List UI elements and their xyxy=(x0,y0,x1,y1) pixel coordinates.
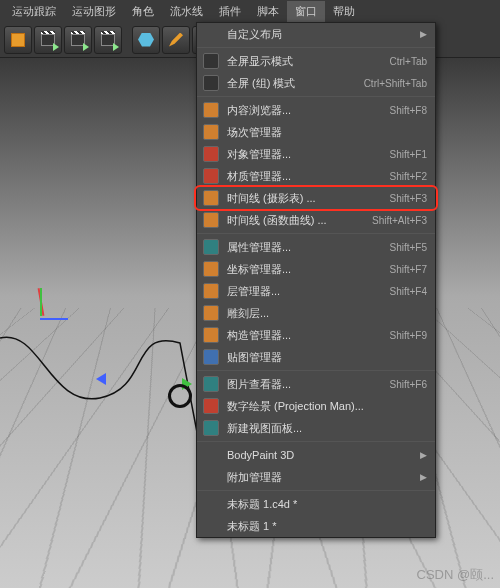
menu-item-icon xyxy=(203,239,219,255)
menu-plugins[interactable]: 插件 xyxy=(211,1,249,22)
menu-item--1-[interactable]: 未标题 1 * xyxy=(197,515,435,537)
menu-pipeline[interactable]: 流水线 xyxy=(162,1,211,22)
menu-item--[interactable]: 时间线 (摄影表) ...Shift+F3 xyxy=(197,187,435,209)
menu-item-label: 图片查看器... xyxy=(227,377,381,392)
menu-item--[interactable]: 附加管理器▶ xyxy=(197,466,435,488)
menu-item--[interactable]: 场次管理器 xyxy=(197,121,435,143)
menu-item--[interactable]: 属性管理器...Shift+F5 xyxy=(197,236,435,258)
menu-item-bodypaint-3d[interactable]: BodyPaint 3D▶ xyxy=(197,444,435,466)
menu-item--[interactable]: 自定义布局▶ xyxy=(197,23,435,45)
menu-item-label: BodyPaint 3D xyxy=(227,449,412,461)
menu-item--[interactable]: 全屏显示模式Ctrl+Tab xyxy=(197,50,435,72)
menu-item-shortcut: Shift+F6 xyxy=(389,379,427,390)
menu-item-icon xyxy=(203,420,219,436)
menu-item-label: 附加管理器 xyxy=(227,470,412,485)
menu-item-shortcut: Shift+F5 xyxy=(389,242,427,253)
menu-item-icon xyxy=(203,168,219,184)
menu-item-label: 数字绘景 (Projection Man)... xyxy=(227,399,427,414)
menu-item-icon xyxy=(203,496,219,512)
menu-item-label: 内容浏览器... xyxy=(227,103,381,118)
menu-scripts[interactable]: 脚本 xyxy=(249,1,287,22)
menu-item-label: 属性管理器... xyxy=(227,240,381,255)
menu-item-shortcut: Shift+F8 xyxy=(389,105,427,116)
menu-item-shortcut: Shift+F4 xyxy=(389,286,427,297)
menu-item--[interactable]: 雕刻层... xyxy=(197,302,435,324)
menu-item-icon xyxy=(203,327,219,343)
menu-item-icon xyxy=(203,447,219,463)
menu-item-icon xyxy=(203,212,219,228)
menu-item--[interactable]: 贴图管理器 xyxy=(197,346,435,368)
menu-item-label: 时间线 (函数曲线) ... xyxy=(227,213,364,228)
tool-pen[interactable] xyxy=(162,26,190,54)
menu-item--[interactable]: 层管理器...Shift+F4 xyxy=(197,280,435,302)
menu-item-icon xyxy=(203,190,219,206)
menu-item-icon xyxy=(203,398,219,414)
menu-item-label: 全屏 (组) 模式 xyxy=(227,76,356,91)
menu-item-icon xyxy=(203,75,219,91)
menu-character[interactable]: 角色 xyxy=(124,1,162,22)
menu-window[interactable]: 窗口 xyxy=(287,1,325,22)
menu-item--[interactable]: 构造管理器...Shift+F9 xyxy=(197,324,435,346)
watermark: CSDN @颐... xyxy=(417,566,494,584)
menu-item--[interactable]: 时间线 (函数曲线) ...Shift+Alt+F3 xyxy=(197,209,435,231)
axis-z-arrow xyxy=(96,373,106,385)
menu-item-label: 新建视图面板... xyxy=(227,421,427,436)
menu-motion-tracking[interactable]: 运动跟踪 xyxy=(4,1,64,22)
menu-item-shortcut: Shift+F3 xyxy=(389,193,427,204)
menu-item-shortcut: Shift+F2 xyxy=(389,171,427,182)
menu-item-label: 贴图管理器 xyxy=(227,350,427,365)
tool-picture-viewer[interactable] xyxy=(94,26,122,54)
menu-item--[interactable]: 坐标管理器...Shift+F7 xyxy=(197,258,435,280)
menu-item-shortcut: Shift+F9 xyxy=(389,330,427,341)
menu-item-label: 未标题 1.c4d * xyxy=(227,497,427,512)
window-menu-dropdown: 自定义布局▶全屏显示模式Ctrl+Tab全屏 (组) 模式Ctrl+Shift+… xyxy=(196,22,436,538)
menu-item-icon xyxy=(203,124,219,140)
menu-item--projection-man-[interactable]: 数字绘景 (Projection Man)... xyxy=(197,395,435,417)
menu-item-icon xyxy=(203,53,219,69)
menu-item-label: 构造管理器... xyxy=(227,328,381,343)
menu-item-shortcut: Shift+F7 xyxy=(389,264,427,275)
menu-item-label: 材质管理器... xyxy=(227,169,381,184)
submenu-arrow-icon: ▶ xyxy=(420,472,427,482)
menu-item-icon xyxy=(203,469,219,485)
tool-render[interactable] xyxy=(4,26,32,54)
menu-item-icon xyxy=(203,376,219,392)
submenu-arrow-icon: ▶ xyxy=(420,450,427,460)
menu-help[interactable]: 帮助 xyxy=(325,1,363,22)
menu-mograph[interactable]: 运动图形 xyxy=(64,1,124,22)
menu-item--1-c4d-[interactable]: 未标题 1.c4d * xyxy=(197,493,435,515)
menu-item-icon xyxy=(203,283,219,299)
menubar: 运动跟踪 运动图形 角色 流水线 插件 脚本 窗口 帮助 xyxy=(0,0,500,22)
menu-item-label: 场次管理器 xyxy=(227,125,427,140)
menu-item-icon xyxy=(203,146,219,162)
menu-item-shortcut: Shift+F1 xyxy=(389,149,427,160)
menu-item-icon xyxy=(203,305,219,321)
tool-render-region[interactable] xyxy=(34,26,62,54)
menu-item--[interactable]: 新建视图面板... xyxy=(197,417,435,439)
menu-item-label: 未标题 1 * xyxy=(227,519,427,534)
menu-item-icon xyxy=(203,102,219,118)
submenu-arrow-icon: ▶ xyxy=(420,29,427,39)
menu-item-label: 自定义布局 xyxy=(227,27,412,42)
menu-item--[interactable]: 内容浏览器...Shift+F8 xyxy=(197,99,435,121)
menu-item-icon xyxy=(203,261,219,277)
menu-item--[interactable]: 图片查看器...Shift+F6 xyxy=(197,373,435,395)
gizmo-ring xyxy=(168,384,192,408)
menu-item--[interactable]: 材质管理器...Shift+F2 xyxy=(197,165,435,187)
tool-primitive[interactable] xyxy=(132,26,160,54)
menu-item-label: 坐标管理器... xyxy=(227,262,381,277)
menu-item-label: 对象管理器... xyxy=(227,147,381,162)
menu-item-label: 全屏显示模式 xyxy=(227,54,381,69)
menu-item--[interactable]: 对象管理器...Shift+F1 xyxy=(197,143,435,165)
menu-item-icon xyxy=(203,518,219,534)
menu-item-shortcut: Shift+Alt+F3 xyxy=(372,215,427,226)
menu-item--[interactable]: 全屏 (组) 模式Ctrl+Shift+Tab xyxy=(197,72,435,94)
menu-item-label: 层管理器... xyxy=(227,284,381,299)
menu-item-shortcut: Ctrl+Shift+Tab xyxy=(364,78,427,89)
menu-item-icon xyxy=(203,349,219,365)
menu-item-icon xyxy=(203,26,219,42)
menu-item-label: 时间线 (摄影表) ... xyxy=(227,191,381,206)
tool-render-settings[interactable] xyxy=(64,26,92,54)
menu-item-shortcut: Ctrl+Tab xyxy=(389,56,427,67)
menu-item-label: 雕刻层... xyxy=(227,306,427,321)
